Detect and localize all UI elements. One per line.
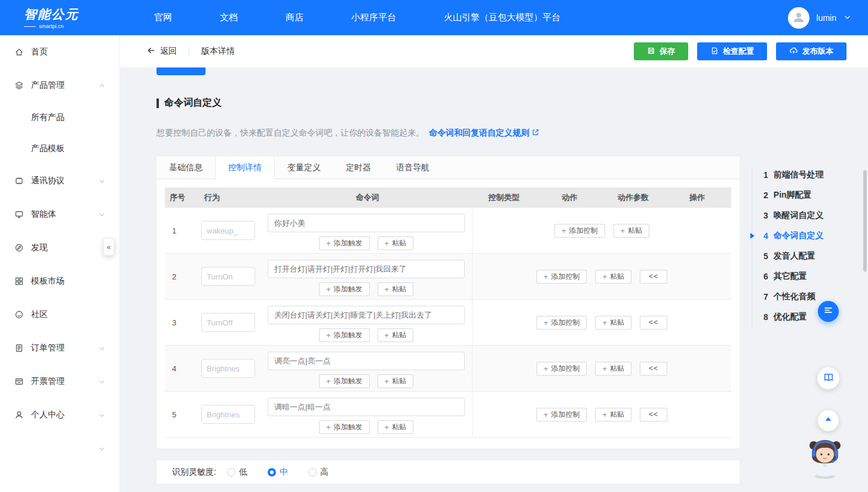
step-speaker-config[interactable]: 5发音人配置 — [752, 246, 868, 266]
logo[interactable]: 智能公元 smartpi.cn — [24, 6, 94, 29]
compass-icon — [14, 243, 24, 253]
sensitivity-label: 识别灵敏度: — [172, 467, 216, 478]
sidebar-item-product-templates[interactable]: 产品模板 — [0, 133, 119, 164]
command-table: 序号 行为 命令词 控制类型 动作 动作参数 操作 1 +添加触发 — [165, 187, 731, 438]
plus-icon: + — [326, 331, 331, 340]
add-control-button[interactable]: +添加控制 — [536, 408, 587, 422]
radio-high[interactable]: 高 — [308, 467, 329, 478]
arrow-up-icon — [824, 415, 833, 426]
toolbar-buttons: 保存 检查配置 发布版本 — [634, 42, 846, 60]
sidebar-item-communication-protocol[interactable]: 通讯协议 — [0, 164, 119, 198]
step-wakeword-custom[interactable]: 3唤醒词自定义 — [752, 205, 868, 226]
behavior-input[interactable] — [201, 267, 255, 286]
sidebar-item-template-market[interactable]: 模板市场 — [0, 265, 119, 298]
sidebar-item-invoice-management[interactable]: 开票管理 — [0, 365, 119, 398]
add-trigger-button[interactable]: +添加触发 — [319, 328, 370, 342]
paste-button[interactable]: +粘贴 — [595, 362, 631, 376]
docs-float-button[interactable] — [817, 367, 839, 389]
check-config-button[interactable]: 检查配置 — [697, 42, 767, 60]
tab-variable-definition[interactable]: 变量定义 — [275, 156, 333, 179]
tab-control-detail[interactable]: 控制详情 — [215, 156, 275, 179]
behavior-input[interactable] — [201, 359, 255, 378]
chevron-down-icon[interactable] — [844, 13, 851, 23]
sidebar-item-order-management[interactable]: 订单管理 — [0, 331, 119, 365]
collapse-row-button[interactable]: << — [640, 316, 667, 330]
config-tabs: 基础信息 控制详情 变量定义 定时器 语音导航 — [157, 156, 740, 179]
chevron-down-icon — [99, 211, 105, 218]
collapse-row-button[interactable]: << — [640, 362, 667, 376]
monitor-icon — [14, 210, 24, 219]
header-user-area: lumin — [788, 7, 851, 29]
command-buttons: +添加触发 +粘贴 — [268, 282, 465, 296]
chevron-down-icon — [99, 178, 105, 184]
sidebar-item-product-management[interactable]: 产品管理 — [0, 69, 119, 102]
sidebar-item-all-products[interactable]: 所有产品 — [0, 102, 119, 133]
paste-button[interactable]: +粘贴 — [595, 408, 631, 422]
command-input[interactable] — [268, 306, 465, 324]
sidebar: 首页 产品管理 所有产品 产品模板 通讯协议 智能体 发现 模板 — [0, 35, 120, 492]
back-to-top-button[interactable] — [818, 410, 839, 431]
paste-button[interactable]: +粘贴 — [595, 316, 631, 330]
scrolled-button-fragment[interactable] — [157, 67, 206, 75]
collapse-row-button[interactable]: << — [640, 270, 667, 284]
step-optimize-config[interactable]: 8优化配置 — [752, 307, 868, 327]
nav-item-volcano-platform[interactable]: 火山引擎（豆包大模型）平台 — [444, 12, 560, 23]
sidebar-item-community[interactable]: 社区 — [0, 298, 119, 331]
sidebar-item-personal-center[interactable]: 个人中心 — [0, 398, 119, 432]
nav-item-store[interactable]: 商店 — [286, 12, 303, 23]
add-control-button[interactable]: +添加控制 — [554, 224, 605, 238]
tab-timer[interactable]: 定时器 — [333, 156, 384, 179]
tab-voice-navigation[interactable]: 语音导航 — [384, 156, 442, 179]
sidebar-item-discover[interactable]: 发现 — [0, 231, 119, 265]
rules-link[interactable]: 命令词和回复语自定义规则 — [429, 128, 539, 139]
command-input[interactable] — [268, 352, 465, 370]
collapse-row-button[interactable]: << — [640, 408, 667, 422]
behavior-input[interactable] — [201, 221, 255, 240]
add-trigger-button[interactable]: +添加触发 — [319, 282, 370, 296]
sidebar-item-extra[interactable] — [0, 432, 119, 465]
back-button[interactable]: 返回 — [147, 46, 177, 57]
nav-item-official-site[interactable]: 官网 — [154, 12, 172, 23]
step-other-config[interactable]: 6其它配置 — [752, 266, 868, 287]
paste-button[interactable]: +粘贴 — [595, 270, 631, 284]
outline-float-button[interactable] — [818, 301, 839, 322]
behavior-input[interactable] — [201, 313, 255, 332]
command-input[interactable] — [268, 260, 465, 278]
nav-item-miniprogram[interactable]: 小程序平台 — [351, 12, 396, 23]
add-trigger-button[interactable]: +添加触发 — [319, 236, 370, 250]
table-row: 1 +添加触发 +粘贴 +添加控制 +粘贴 — [165, 208, 731, 254]
paste-button[interactable]: +粘贴 — [378, 236, 414, 250]
step-command-custom[interactable]: 4命令词自定义 — [752, 226, 868, 246]
paste-button[interactable]: +粘贴 — [614, 224, 650, 238]
paste-button[interactable]: +粘贴 — [378, 374, 414, 388]
page-scrollbar-thumb[interactable] — [863, 170, 867, 272]
sidebar-collapse-button[interactable]: « — [103, 238, 114, 256]
row-index: 2 — [165, 254, 195, 299]
nav-item-docs[interactable]: 文档 — [220, 12, 238, 23]
add-trigger-button[interactable]: +添加触发 — [319, 420, 370, 434]
command-input[interactable] — [268, 214, 465, 232]
assistant-avatar[interactable] — [806, 435, 844, 480]
add-control-button[interactable]: +添加控制 — [536, 362, 587, 376]
add-control-button[interactable]: +添加控制 — [536, 270, 587, 284]
paste-button[interactable]: +粘贴 — [378, 420, 414, 434]
sidebar-item-agent[interactable]: 智能体 — [0, 198, 119, 231]
behavior-input[interactable] — [201, 405, 255, 424]
add-control-button[interactable]: +添加控制 — [536, 316, 587, 330]
step-personalized-audio[interactable]: 7个性化音频 — [752, 287, 868, 307]
save-button[interactable]: 保存 — [634, 42, 688, 60]
radio-low[interactable]: 低 — [227, 467, 247, 478]
tab-basic-info[interactable]: 基础信息 — [157, 156, 215, 179]
add-trigger-button[interactable]: +添加触发 — [319, 374, 370, 388]
step-frontend-signal[interactable]: 1前端信号处理 — [752, 165, 868, 185]
plus-icon: + — [562, 226, 566, 235]
sidebar-item-home[interactable]: 首页 — [0, 35, 119, 69]
radio-circle — [308, 468, 317, 476]
publish-version-button[interactable]: 发布版本 — [776, 42, 846, 60]
paste-button[interactable]: +粘贴 — [378, 282, 414, 296]
user-avatar[interactable] — [788, 7, 809, 29]
paste-button[interactable]: +粘贴 — [378, 328, 414, 342]
command-input[interactable] — [268, 398, 465, 416]
radio-medium[interactable]: 中 — [268, 467, 288, 478]
step-pin-config[interactable]: 2Pin脚配置 — [752, 185, 868, 205]
